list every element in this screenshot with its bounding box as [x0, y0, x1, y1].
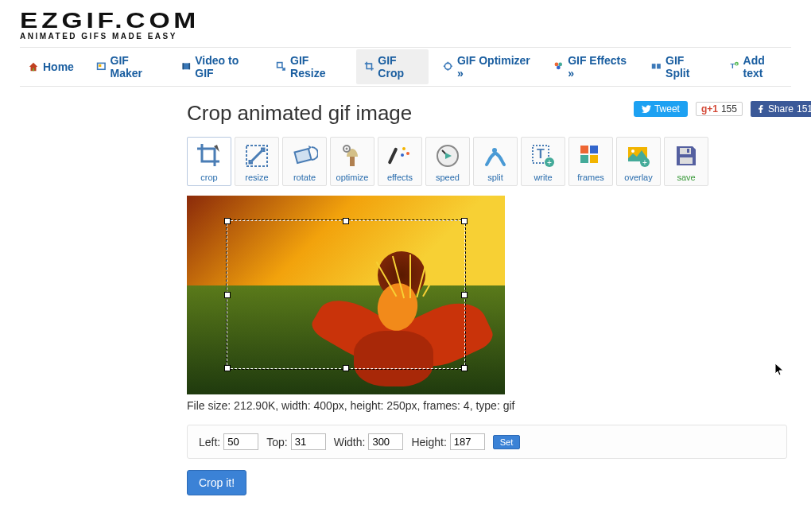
video-icon [181, 61, 192, 72]
split-icon [482, 142, 509, 169]
crop-handle-nw[interactable] [224, 218, 231, 224]
crop-handle-e[interactable] [461, 292, 468, 298]
tool-effects[interactable]: effects [378, 137, 422, 186]
tool-frames-label: frames [571, 173, 611, 182]
nav-gif-crop[interactable]: GIF Crop [356, 49, 429, 84]
svg-rect-34 [590, 155, 598, 163]
crop-handle-se[interactable] [461, 365, 468, 371]
svg-rect-6 [277, 63, 282, 68]
crop-handle-sw[interactable] [224, 365, 231, 371]
crop-selection[interactable] [227, 220, 465, 369]
tool-frames[interactable]: frames [568, 137, 613, 186]
overlay-icon: + [625, 142, 652, 169]
top-input[interactable] [291, 433, 326, 450]
nav-add-text[interactable]: T+ Add text [721, 49, 791, 84]
nav-gif-resize[interactable]: GIF Resize [268, 49, 349, 84]
svg-point-9 [559, 63, 563, 67]
height-field: Height: [411, 433, 484, 450]
svg-text:+: + [642, 158, 647, 167]
set-button[interactable]: Set [493, 435, 521, 449]
nav-home-label: Home [43, 60, 74, 73]
svg-rect-18 [350, 157, 355, 166]
speed-icon [434, 142, 461, 169]
effects-icon [386, 142, 413, 169]
svg-text:T: T [730, 62, 735, 71]
svg-rect-11 [652, 64, 656, 69]
crop-icon [196, 142, 223, 169]
nav-gif-optimizer[interactable]: GIF Optimizer » [435, 49, 539, 84]
nav-video-to-gif[interactable]: Video to GIF [173, 49, 262, 84]
nav-gif-maker[interactable]: GIF Maker [88, 49, 167, 84]
svg-rect-17 [294, 149, 311, 163]
svg-rect-33 [580, 155, 588, 163]
tool-split[interactable]: split [473, 137, 518, 186]
svg-point-24 [401, 153, 404, 157]
svg-rect-12 [658, 64, 662, 69]
width-input[interactable] [368, 433, 403, 450]
site-logo[interactable]: EZGIF.COM ANIMATED GIFS MADE EASY [20, 8, 791, 41]
tool-save[interactable]: save [664, 137, 708, 186]
svg-point-36 [631, 150, 634, 153]
svg-point-26 [492, 148, 497, 153]
tool-optimize[interactable]: optimize [330, 137, 374, 186]
svg-point-8 [555, 63, 559, 67]
tweet-label: Tweet [654, 103, 680, 115]
nav-add-text-label: Add text [743, 54, 783, 80]
nav-video-to-gif-label: Video to GIF [195, 54, 254, 80]
height-input[interactable] [450, 433, 485, 450]
tool-overlay-label: overlay [619, 173, 658, 182]
tool-save-label: save [666, 173, 706, 182]
crop-handle-w[interactable] [224, 292, 231, 298]
optimizer-icon [443, 61, 453, 72]
svg-rect-4 [182, 64, 184, 70]
tool-split-label: split [475, 173, 515, 182]
width-field: Width: [334, 433, 404, 450]
home-icon [28, 61, 39, 72]
tool-write[interactable]: T+ write [521, 137, 565, 186]
left-field: Left: [199, 433, 258, 450]
tool-resize[interactable]: resize [235, 137, 279, 186]
svg-text:+: + [735, 62, 738, 66]
nav-home[interactable]: Home [20, 49, 82, 84]
gplus-count: 155 [721, 103, 737, 115]
tool-effects-label: effects [380, 173, 420, 182]
width-label: Width: [334, 436, 366, 449]
fb-share-count: 151 [797, 103, 811, 115]
svg-text:+: + [547, 158, 552, 167]
left-input[interactable] [223, 433, 258, 450]
gplus-button[interactable]: g+1 155 [696, 102, 743, 116]
logo-main-text: EZGIF.COM [20, 8, 200, 33]
crop-handle-s[interactable] [343, 365, 349, 371]
twitter-icon [642, 104, 651, 114]
svg-point-23 [406, 152, 409, 155]
tool-crop[interactable]: crop [187, 137, 231, 186]
crop-handle-n[interactable] [343, 218, 349, 224]
crop-form: Left: Top: Width: Height: Set [187, 425, 787, 459]
facebook-icon [757, 105, 765, 113]
nav-gif-split[interactable]: GIF Split [643, 49, 715, 84]
nav-gif-optimizer-label: GIF Optimizer » [457, 54, 532, 80]
tool-resize-label: resize [237, 173, 277, 182]
crop-handle-ne[interactable] [461, 218, 468, 224]
tool-overlay[interactable]: + overlay [616, 137, 661, 186]
height-label: Height: [411, 436, 446, 449]
tool-write-label: write [523, 173, 563, 182]
save-icon [673, 142, 700, 169]
tool-rotate[interactable]: rotate [282, 137, 327, 186]
image-preview[interactable] [187, 196, 505, 394]
svg-rect-31 [580, 146, 588, 153]
left-label: Left: [199, 436, 220, 449]
crop-it-button[interactable]: Crop it! [187, 470, 246, 495]
svg-rect-0 [33, 68, 34, 72]
tool-crop-label: crop [189, 173, 229, 182]
fb-share-button[interactable]: Share 151 [751, 101, 811, 117]
tweet-button[interactable]: Tweet [634, 101, 688, 117]
svg-point-20 [346, 148, 348, 150]
nav-gif-crop-label: GIF Crop [378, 54, 421, 80]
tool-speed[interactable]: speed [425, 137, 470, 186]
svg-point-10 [557, 66, 561, 70]
svg-text:T: T [537, 147, 545, 161]
svg-point-7 [445, 64, 452, 70]
nav-gif-resize-label: GIF Resize [290, 54, 342, 80]
nav-gif-effects[interactable]: GIF Effects » [545, 49, 637, 84]
